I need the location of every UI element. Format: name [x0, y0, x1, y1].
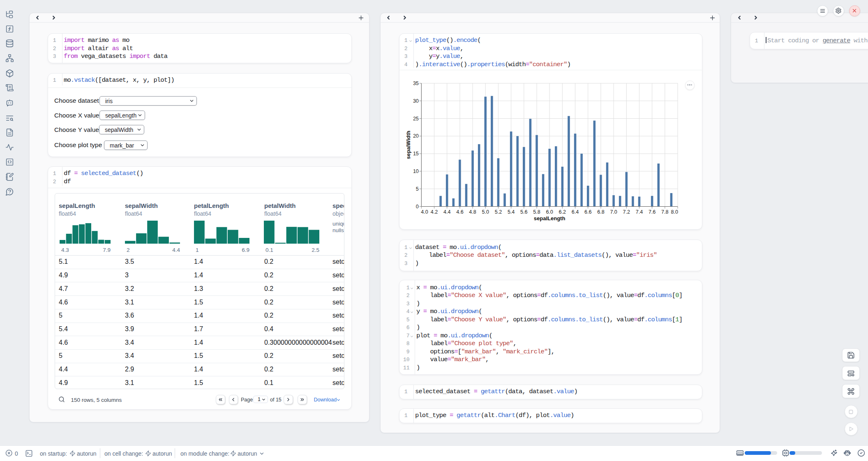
svg-text:7.2: 7.2: [623, 209, 630, 215]
svg-text:4.6: 4.6: [456, 209, 463, 215]
svg-text:5.0: 5.0: [482, 209, 489, 215]
svg-text:sepalWidth: sepalWidth: [405, 131, 411, 159]
svg-text:8.0: 8.0: [671, 209, 678, 215]
svg-text:4.0: 4.0: [421, 209, 428, 215]
svg-text:30: 30: [413, 98, 419, 104]
svg-text:5: 5: [416, 186, 419, 192]
svg-text:4.2: 4.2: [431, 209, 438, 215]
svg-text:7.4: 7.4: [636, 209, 643, 215]
svg-text:7.0: 7.0: [610, 209, 617, 215]
svg-text:35: 35: [413, 81, 419, 86]
svg-text:4.4: 4.4: [443, 209, 450, 215]
svg-text:6.0: 6.0: [546, 209, 553, 215]
svg-text:6.6: 6.6: [584, 209, 591, 215]
svg-text:7.8: 7.8: [661, 209, 668, 215]
svg-text:7.6: 7.6: [649, 209, 656, 215]
svg-text:5.6: 5.6: [520, 209, 527, 215]
svg-text:10: 10: [413, 168, 419, 174]
svg-text:0: 0: [416, 204, 419, 210]
svg-text:5.8: 5.8: [533, 209, 540, 215]
svg-text:5.4: 5.4: [508, 209, 515, 215]
svg-text:5.2: 5.2: [495, 209, 502, 215]
svg-text:6.2: 6.2: [559, 209, 566, 215]
svg-text:4.8: 4.8: [469, 209, 476, 215]
svg-text:6.8: 6.8: [597, 209, 604, 215]
svg-text:20: 20: [413, 133, 419, 139]
svg-text:15: 15: [413, 151, 419, 157]
svg-text:sepalLength: sepalLength: [534, 215, 566, 221]
svg-text:6.4: 6.4: [572, 209, 579, 215]
svg-text:25: 25: [413, 116, 419, 122]
